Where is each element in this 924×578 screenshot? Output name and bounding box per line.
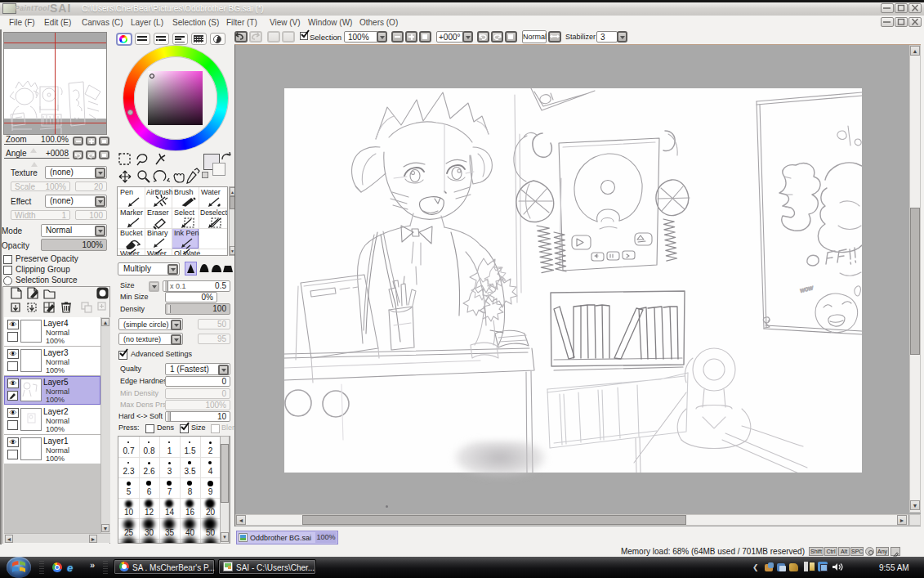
svg-text:wow: wow <box>799 284 815 294</box>
